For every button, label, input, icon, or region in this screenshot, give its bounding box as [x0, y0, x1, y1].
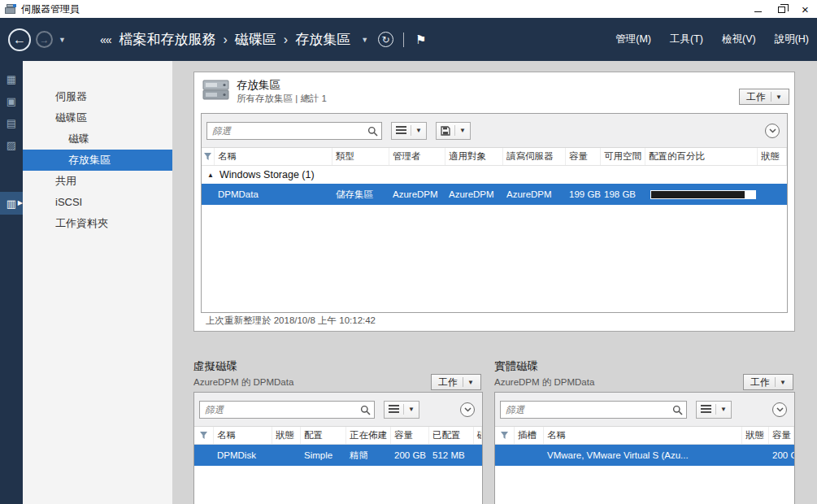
refresh-button[interactable]: ↻ — [378, 32, 393, 47]
column-header-rw-server[interactable]: 讀寫伺服器 — [503, 148, 566, 165]
breadcrumb-item-current[interactable]: 存放集區 — [295, 30, 350, 49]
column-header-percent-allocated[interactable]: 配置的百分比 — [645, 148, 758, 165]
pools-filter — [206, 122, 382, 140]
column-header-free-space[interactable]: 可用空間 — [601, 148, 645, 165]
navigation-bar: ← → ▼ «« 檔案和存放服務 › 磁碟區 › 存放集區 ▼ ↻ ⚑ 管理(M… — [0, 18, 817, 61]
chevron-down-icon: ▼ — [775, 377, 786, 387]
column-header-capacity[interactable]: 容量 — [566, 148, 601, 165]
cell-name: DPMData — [215, 189, 332, 199]
column-header-provisioning[interactable]: 正在佈建 — [346, 427, 391, 444]
sidebar-item-storage-pools[interactable]: 存放集區 — [23, 150, 172, 171]
menu-help[interactable]: 說明(H) — [775, 33, 809, 46]
chevron-down-icon: ▼ — [715, 404, 727, 415]
breadcrumb-item[interactable]: 磁碟區 — [235, 30, 276, 49]
column-header-truncated[interactable]: 磁 — [474, 427, 482, 444]
breadcrumb-collapse-icon[interactable]: «« — [100, 33, 111, 46]
roles-icon[interactable]: ▨ — [0, 135, 23, 154]
close-button[interactable]: × — [793, 0, 817, 18]
column-header-capacity[interactable]: 容量 — [391, 427, 429, 444]
column-header-slot[interactable]: 插槽 — [515, 427, 544, 444]
physical-disks-tasks-button[interactable]: 工作 ▼ — [743, 374, 793, 390]
sidebar-item-volumes[interactable]: 磁碟區 — [23, 107, 172, 128]
pool-row-dpmdata[interactable]: DPMData 儲存集區 AzureDPM AzureDPM AzureDPM … — [202, 184, 787, 205]
sidebar-item-iscsi[interactable]: iSCSI — [23, 192, 172, 213]
restore-button[interactable] — [770, 0, 793, 18]
filter-column-header[interactable] — [202, 148, 215, 165]
filter-input[interactable] — [500, 401, 687, 419]
history-dropdown-icon[interactable]: ▼ — [59, 36, 66, 44]
breadcrumb-separator-icon: › — [284, 33, 288, 47]
export-button[interactable]: ▼ — [436, 122, 471, 140]
minimize-icon — [754, 11, 762, 12]
collapse-tile-button[interactable] — [765, 124, 780, 138]
column-header-available-to[interactable]: 適用對象 — [445, 148, 503, 165]
virtual-disks-tasks-button[interactable]: 工作 ▼ — [431, 374, 481, 390]
server-manager-window: 伺服器管理員 × ← → ▼ «« 檔案和存放服務 › 磁碟區 › 存放集區 ▼… — [0, 0, 817, 504]
column-header-status[interactable]: 狀態 — [742, 427, 769, 444]
storage-pool-icon — [202, 79, 230, 102]
chevron-down-icon: ▼ — [403, 404, 415, 415]
search-icon[interactable] — [360, 405, 371, 415]
chevron-down-icon — [464, 407, 472, 412]
group-row-windows-storage[interactable]: ▲ Windows Storage (1) — [202, 166, 787, 184]
search-icon[interactable] — [367, 126, 378, 137]
column-header-type[interactable]: 類型 — [332, 148, 389, 165]
window-controls: × — [746, 0, 817, 18]
sidebar-item-shares[interactable]: 共用 — [23, 171, 172, 192]
menu-bar: 管理(M) 工具(T) 檢視(V) 說明(H) — [615, 33, 809, 46]
restore-icon — [778, 7, 785, 13]
column-header-layout[interactable]: 配置 — [301, 427, 346, 444]
local-server-icon[interactable]: ▣ — [0, 91, 23, 111]
virtual-disk-row-dpmdisk[interactable]: DPMDisk Simple 精簡 200 GB 512 MB — [194, 445, 482, 466]
chevron-down-icon: ▼ — [463, 377, 474, 387]
forward-button[interactable]: → — [36, 31, 53, 48]
group-label: Windows Storage (1) — [219, 169, 315, 180]
breadcrumb-item[interactable]: 檔案和存放服務 — [120, 30, 216, 49]
notifications-flag-icon[interactable]: ⚑ — [415, 33, 426, 47]
column-header-status[interactable]: 狀態 — [272, 427, 301, 444]
menu-view[interactable]: 檢視(V) — [722, 33, 756, 46]
column-header-status[interactable]: 狀態 — [758, 148, 787, 165]
chevron-down-icon — [776, 407, 784, 412]
dashboard-icon[interactable]: ▦ — [0, 69, 23, 89]
file-storage-services-icon[interactable]: ▥ ▶ — [0, 192, 23, 215]
cell-available-to: AzureDPM — [445, 189, 503, 199]
physical-disk-row-vmware[interactable]: VMware, VMware Virtual S (Azu... 200 GB — [495, 445, 794, 466]
physical-disks-filter — [500, 401, 687, 419]
filter-input[interactable] — [199, 401, 375, 419]
cell-managed-by: AzureDPM — [389, 189, 445, 199]
menu-tools[interactable]: 工具(T) — [670, 33, 703, 46]
pools-table-header: 名稱 類型 管理者 適用對象 讀寫伺服器 容量 可用空間 配置的百分比 狀態 — [202, 148, 787, 166]
physical-disks-header: 實體磁碟 AzureDPM 的 DPMData 工作 ▼ — [494, 359, 795, 390]
column-header-name[interactable]: 名稱 — [544, 427, 742, 444]
column-header-name[interactable]: 名稱 — [215, 148, 332, 165]
column-header-allocated[interactable]: 已配置 — [429, 427, 474, 444]
search-icon[interactable] — [672, 405, 683, 415]
cell-provisioning: 精簡 — [346, 450, 391, 462]
sidebar-item-label: 共用 — [55, 175, 76, 187]
all-servers-icon[interactable]: ▤ — [0, 113, 23, 133]
breadcrumb-dropdown-icon[interactable]: ▼ — [361, 36, 368, 44]
filter-column-header[interactable] — [194, 427, 214, 444]
collapse-tile-button[interactable] — [460, 402, 475, 417]
filter-input[interactable] — [206, 122, 382, 140]
filter-criteria-button[interactable]: ▼ — [391, 122, 427, 140]
collapse-tile-button[interactable] — [772, 402, 787, 417]
sidebar-item-disks[interactable]: 磁碟 — [23, 128, 172, 150]
sidebar-item-work-folders[interactable]: 工作資料夾 — [23, 213, 172, 234]
server-manager-icon — [5, 4, 16, 14]
filter-criteria-button[interactable]: ▼ — [384, 401, 419, 419]
cell-capacity: 199 GB — [566, 189, 601, 199]
column-header-managed-by[interactable]: 管理者 — [389, 148, 445, 165]
column-header-name[interactable]: 名稱 — [214, 427, 272, 444]
sidebar-item-servers[interactable]: 伺服器 — [23, 86, 172, 107]
column-header-capacity[interactable]: 容量 — [769, 427, 794, 444]
pools-tasks-button[interactable]: 工作 ▼ — [739, 89, 789, 105]
menu-manage[interactable]: 管理(M) — [615, 33, 651, 46]
percent-allocated-bar — [650, 190, 756, 199]
virtual-disks-toolbar: ▼ — [194, 393, 482, 427]
minimize-button[interactable] — [746, 0, 770, 18]
back-button[interactable]: ← — [8, 28, 31, 51]
filter-column-header[interactable] — [495, 427, 515, 444]
filter-criteria-button[interactable]: ▼ — [696, 401, 732, 419]
